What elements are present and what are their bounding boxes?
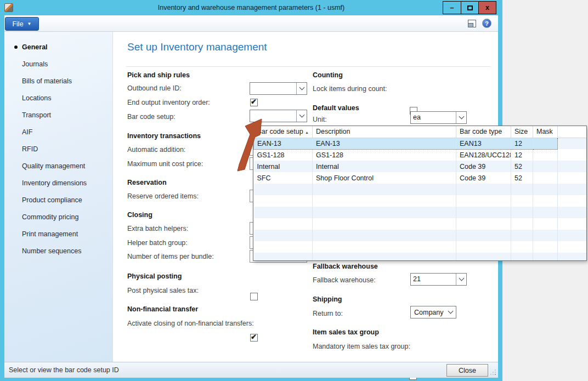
section-default-values: Default values [313, 104, 359, 112]
sidebar-item[interactable]: Journals [4, 55, 112, 72]
column-header-type[interactable]: Bar code type [456, 126, 511, 138]
file-menu-button[interactable]: File ▼ [5, 17, 39, 31]
minimize-button[interactable]: – [443, 2, 461, 14]
outbound-rule-label: Outbound rule ID: [127, 84, 182, 92]
chevron-down-icon[interactable] [296, 110, 307, 122]
barcode-grid-empty-row[interactable] [254, 253, 587, 261]
barcode-setup-label: Bar code setup: [127, 113, 176, 121]
chevron-down-icon [448, 309, 454, 314]
fallback-warehouse-combo[interactable]: 21 [410, 273, 467, 286]
cell-type[interactable]: EAN13 [456, 138, 511, 149]
return-to-select[interactable]: Company [410, 306, 456, 319]
cell-size[interactable]: 12 [511, 149, 533, 161]
sidebar-item-label: RFID [22, 145, 38, 153]
cell-mask[interactable] [533, 172, 558, 184]
cell-mask[interactable] [533, 138, 558, 149]
barcode-grid-header: Bar code setup▲ Description Bar code typ… [254, 126, 587, 138]
cell-size[interactable]: 52 [511, 161, 533, 172]
close-button[interactable]: Close [446, 364, 488, 377]
barcode-grid-empty-row[interactable] [254, 207, 587, 218]
barcode-grid-body: EAN-13 EAN-13 EAN13 12 GS1-128 GS1-128 E… [254, 138, 587, 261]
mandatory-tax-label: Mandatory item sales tax group: [313, 343, 410, 350]
resize-grip-icon[interactable] [489, 368, 496, 375]
sidebar-item[interactable]: Bills of materials [4, 72, 112, 89]
fallback-warehouse-label: Fallback warehouse: [313, 276, 376, 284]
barcode-grid-row[interactable]: EAN-13 EAN-13 EAN13 12 [254, 138, 587, 149]
cell-type[interactable]: Code 39 [456, 172, 511, 184]
divider [126, 66, 490, 67]
cell-mask[interactable] [533, 161, 558, 172]
post-tax-checkbox[interactable] [250, 293, 258, 300]
barcode-grid-empty-row[interactable] [254, 218, 587, 230]
cell-description[interactable]: GS1-128 [313, 149, 456, 161]
outbound-rule-combo[interactable] [250, 82, 307, 95]
barcode-grid-empty-row[interactable] [254, 195, 587, 207]
sidebar-item[interactable]: Locations [4, 89, 112, 106]
status-bar: Select or view the bar code setup ID Clo… [4, 362, 498, 378]
window-controls: – x [443, 1, 496, 14]
cell-description[interactable]: Shop Floor Control [313, 172, 456, 184]
sidebar-item-label: AIF [22, 128, 32, 136]
sidebar-item-label: Locations [22, 94, 52, 102]
section-shipping: Shipping [313, 295, 342, 303]
file-menu-label: File [12, 20, 23, 28]
lock-items-label: Lock items during count: [313, 85, 387, 93]
cell-type[interactable]: Code 39 [456, 161, 511, 172]
cell-setup[interactable]: SFC [254, 172, 313, 184]
toggle-pane-icon[interactable] [468, 20, 476, 27]
cell-size[interactable]: 52 [511, 172, 533, 184]
sidebar-item[interactable]: Inventory dimensions [4, 174, 112, 191]
column-header-description[interactable]: Description [313, 126, 456, 138]
title-bar[interactable]: Inventory and warehouse management param… [0, 0, 502, 15]
sidebar-item-label: Commodity pricing [22, 213, 79, 221]
chevron-down-icon[interactable] [456, 274, 466, 285]
cell-filler [558, 172, 587, 184]
barcode-grid-empty-row[interactable] [254, 230, 587, 241]
sort-asc-icon: ▲ [305, 130, 309, 134]
sidebar-item[interactable]: Number sequences [4, 242, 112, 259]
cell-setup[interactable]: EAN-13 [254, 138, 313, 149]
sidebar-item-label: Journals [22, 60, 48, 68]
chevron-down-icon: ▼ [27, 22, 32, 26]
barcode-setup-dropdown: Bar code setup▲ Description Bar code typ… [253, 126, 587, 261]
column-header-mask[interactable]: Mask [533, 126, 558, 138]
sidebar-item[interactable]: Quality management [4, 157, 112, 174]
barcode-grid-empty-row[interactable] [254, 184, 587, 195]
barcode-grid-row[interactable]: SFC Shop Floor Control Code 39 52 [254, 172, 587, 184]
maximize-button[interactable] [461, 2, 478, 14]
end-output-checkbox[interactable] [250, 99, 258, 106]
unit-combo[interactable]: ea [410, 111, 467, 124]
sidebar-item-label: Bills of materials [22, 77, 72, 85]
barcode-grid-row[interactable]: Internal Internal Code 39 52 [254, 161, 587, 172]
close-window-button[interactable]: x [478, 2, 496, 14]
cell-filler [558, 149, 587, 161]
cell-size[interactable]: 12 [511, 138, 533, 149]
sidebar-item[interactable]: Print management [4, 225, 112, 242]
help-icon[interactable]: ? [482, 19, 491, 28]
toolbar: File ▼ ? [4, 15, 498, 32]
cell-description[interactable]: EAN-13 [313, 138, 456, 149]
cell-description[interactable]: Internal [313, 161, 456, 172]
return-to-value: Company [414, 309, 444, 316]
cell-type[interactable]: EAN128/UCC128 [456, 149, 511, 161]
sidebar-item[interactable]: Product compliance [4, 191, 112, 208]
cell-setup[interactable]: GS1-128 [254, 149, 313, 161]
section-closing: Closing [127, 211, 152, 219]
desktop: Inventory and warehouse management param… [0, 0, 588, 381]
chevron-down-icon[interactable] [296, 83, 307, 94]
sidebar-item[interactable]: RFID [4, 140, 112, 157]
sidebar-item[interactable]: AIF [4, 123, 112, 140]
barcode-grid-row[interactable]: GS1-128 GS1-128 EAN128/UCC128 12 [254, 149, 587, 161]
cell-mask[interactable] [533, 149, 558, 161]
column-header-size[interactable]: Size [511, 126, 533, 138]
sidebar-item[interactable]: General [4, 38, 112, 55]
minimize-icon: – [450, 4, 454, 12]
barcode-setup-combo[interactable] [250, 110, 307, 122]
sidebar-item[interactable]: Transport [4, 106, 112, 123]
barcode-grid-empty-row[interactable] [254, 241, 587, 253]
cell-setup[interactable]: Internal [254, 161, 313, 172]
activate-nonfin-checkbox[interactable] [250, 334, 258, 342]
column-header-setup[interactable]: Bar code setup▲ [254, 126, 313, 138]
sidebar-item[interactable]: Commodity pricing [4, 208, 112, 225]
chevron-down-icon[interactable] [456, 112, 466, 123]
